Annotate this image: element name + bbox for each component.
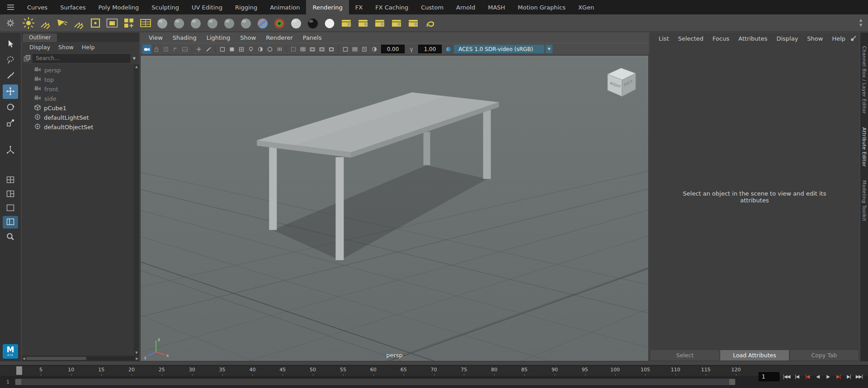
step-forward-frame-button[interactable]: ▶| bbox=[844, 372, 854, 381]
hud-toggle-icon[interactable] bbox=[360, 45, 369, 54]
image-plane-icon[interactable] bbox=[180, 45, 189, 54]
play-backwards-button[interactable]: ◀ bbox=[812, 372, 823, 381]
hscroll-thumb[interactable] bbox=[26, 357, 86, 360]
side-tab-modeling-toolkit[interactable]: Modeling Toolkit bbox=[862, 180, 867, 221]
shelf-tab-rendering[interactable]: Rendering bbox=[306, 0, 349, 14]
standard-surface-material-icon[interactable] bbox=[155, 15, 170, 31]
view-cube[interactable]: RIGHTBACK bbox=[608, 68, 636, 97]
xray-icon[interactable] bbox=[341, 45, 350, 54]
range-slider-track[interactable] bbox=[14, 378, 736, 386]
attribute-menu-display[interactable]: Display bbox=[772, 35, 802, 42]
shelf-tab-rigging[interactable]: Rigging bbox=[229, 0, 264, 14]
shelf-tab-mash[interactable]: MASH bbox=[481, 0, 511, 14]
shelf-tab-fx-caching[interactable]: FX Caching bbox=[369, 0, 415, 14]
step-forward-key-button[interactable]: ▶| bbox=[833, 372, 844, 381]
rotate-tool[interactable] bbox=[3, 100, 18, 115]
paint-effects-icon[interactable] bbox=[422, 15, 438, 31]
shelf-tab-fx[interactable]: FX bbox=[349, 0, 369, 14]
color-management-icon[interactable] bbox=[444, 45, 453, 54]
shelf-tab-curves[interactable]: Curves bbox=[21, 0, 54, 14]
hscroll-track[interactable] bbox=[26, 356, 135, 360]
render-setup-icon[interactable] bbox=[339, 15, 354, 31]
outliner-item-defaultlightset[interactable]: defaultLightSet bbox=[22, 113, 134, 122]
use-background-icon[interactable] bbox=[322, 15, 337, 31]
layout-four-pane[interactable] bbox=[3, 174, 18, 187]
shelf-tab-sculpting[interactable]: Sculpting bbox=[145, 0, 185, 14]
grease-pencil-icon[interactable] bbox=[204, 45, 213, 54]
anisotropic-material-icon[interactable] bbox=[238, 15, 254, 31]
isolate-select-icon[interactable] bbox=[289, 45, 298, 54]
light-linking-icon[interactable] bbox=[372, 15, 387, 31]
universal-manipulator-tool[interactable] bbox=[3, 143, 18, 158]
shading-map-icon[interactable] bbox=[272, 15, 287, 31]
scroll-right-icon[interactable]: ▶ bbox=[136, 357, 138, 360]
batch-render-icon[interactable] bbox=[406, 15, 421, 31]
pin-icon[interactable] bbox=[850, 35, 857, 42]
attribute-menu-show[interactable]: Show bbox=[802, 35, 827, 42]
shelf-tab-surfaces[interactable]: Surfaces bbox=[54, 0, 92, 14]
camera-attributes-icon[interactable] bbox=[161, 45, 170, 54]
exposure-icon[interactable] bbox=[370, 45, 379, 54]
shelf-tab-xgen[interactable]: XGen bbox=[572, 0, 600, 14]
field-chart-icon[interactable] bbox=[298, 45, 307, 54]
blinn-material-icon[interactable] bbox=[171, 15, 187, 31]
shelf-tab-motion-graphics[interactable]: Motion Graphics bbox=[511, 0, 572, 14]
grid-toggle-icon[interactable] bbox=[350, 45, 359, 54]
step-back-key-button[interactable]: |◀ bbox=[802, 372, 812, 381]
range-handle-end[interactable] bbox=[729, 379, 735, 385]
surface-shader-icon[interactable] bbox=[288, 15, 304, 31]
outliner-item-side[interactable]: side bbox=[22, 94, 134, 103]
scale-tool[interactable] bbox=[3, 116, 18, 131]
motion-blur-icon[interactable] bbox=[275, 45, 284, 54]
shelf-tab-custom[interactable]: Custom bbox=[415, 0, 450, 14]
viewport-menu-renderer[interactable]: Renderer bbox=[261, 34, 297, 41]
screen-space-ao-icon[interactable] bbox=[265, 45, 274, 54]
phong-material-icon[interactable] bbox=[205, 15, 220, 31]
outliner-vscrollbar[interactable]: ▲ ▼ bbox=[134, 64, 139, 355]
side-tab-channel-box-layer-editor[interactable]: Channel Box / Layer Editor bbox=[862, 46, 867, 114]
scroll-up-icon[interactable]: ▲ bbox=[135, 65, 137, 69]
attribute-menu-help[interactable]: Help bbox=[827, 35, 850, 42]
scroll-left-icon[interactable]: ◀ bbox=[23, 357, 25, 360]
viewport-menu-panels[interactable]: Panels bbox=[298, 34, 327, 41]
area-light-icon[interactable] bbox=[71, 15, 86, 31]
light-editor-icon[interactable] bbox=[121, 15, 137, 31]
outliner-item-front[interactable]: front bbox=[22, 84, 134, 94]
gamma-icon[interactable]: γ bbox=[407, 45, 416, 54]
go-to-start-button[interactable]: |◀◀ bbox=[781, 372, 792, 381]
black-surface-icon[interactable] bbox=[305, 15, 321, 31]
directional-light-icon[interactable] bbox=[38, 15, 53, 31]
go-to-end-button[interactable]: ▶▶| bbox=[854, 372, 864, 381]
attribute-menu-attributes[interactable]: Attributes bbox=[734, 35, 772, 42]
shelf-tab-animation[interactable]: Animation bbox=[264, 0, 306, 14]
current-frame-field[interactable] bbox=[759, 372, 779, 381]
load-attributes-button[interactable]: Load Attributes bbox=[720, 350, 789, 360]
layout-persp-outliner[interactable] bbox=[3, 216, 18, 229]
outliner-item-defaultobjectset[interactable]: defaultObjectSet bbox=[22, 122, 134, 132]
zoom-tool[interactable] bbox=[3, 230, 18, 244]
shelf-scroll-down-icon[interactable]: ▼ bbox=[859, 23, 862, 27]
attribute-menu-list[interactable]: List bbox=[654, 35, 674, 42]
phong-e-material-icon[interactable] bbox=[222, 15, 237, 31]
gate-mask-icon[interactable] bbox=[327, 45, 336, 54]
viewport-menu-view[interactable]: View bbox=[144, 34, 168, 41]
viewport-menu-shading[interactable]: Shading bbox=[168, 34, 202, 41]
ramp-shader-icon[interactable] bbox=[255, 15, 270, 31]
layout-three-pane[interactable] bbox=[3, 188, 18, 201]
textured-icon[interactable] bbox=[237, 45, 246, 54]
render-settings-icon[interactable] bbox=[355, 15, 371, 31]
time-slider[interactable]: 5101520253035404550556065707580859095100… bbox=[0, 365, 868, 376]
bookmarks-icon[interactable] bbox=[171, 45, 180, 54]
wireframe-icon[interactable] bbox=[218, 45, 227, 54]
step-back-frame-button[interactable]: |◀ bbox=[792, 372, 802, 381]
shelf-gear-icon[interactable] bbox=[0, 19, 21, 28]
scroll-down-icon[interactable]: ▼ bbox=[135, 351, 137, 355]
shelf-scroll-up-icon[interactable]: ▲ bbox=[859, 19, 862, 22]
outliner-title[interactable]: Outliner bbox=[23, 33, 57, 42]
play-forwards-button[interactable]: ▶ bbox=[823, 372, 833, 381]
shelf-tab-uv-editing[interactable]: UV Editing bbox=[185, 0, 229, 14]
attribute-menu-focus[interactable]: Focus bbox=[708, 35, 734, 42]
shelf-menu-icon[interactable] bbox=[0, 0, 21, 14]
outliner-menu-help[interactable]: Help bbox=[78, 44, 99, 51]
filter-icon[interactable] bbox=[24, 55, 31, 62]
